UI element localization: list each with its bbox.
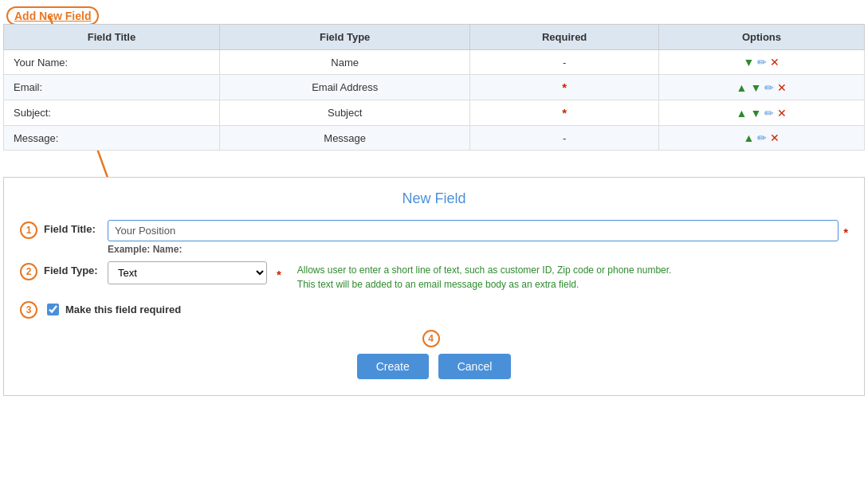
move-down-icon[interactable]: ▼ [750, 81, 761, 94]
field-type-row: TextNameEmail AddressSubjectMessageCheck… [108, 261, 680, 292]
cell-options: ▲✏✕ [658, 126, 864, 151]
cell-field-type: Subject [219, 100, 469, 126]
cell-required: * [470, 75, 659, 100]
field-title-input[interactable] [108, 220, 839, 241]
field-type-required: * [277, 264, 281, 281]
table-row: Email:Email Address*▲▼✏✕ [4, 75, 865, 100]
col-required: Required [470, 25, 659, 50]
cell-options: ▼✏✕ [658, 50, 864, 75]
delete-icon[interactable]: ✕ [770, 131, 780, 144]
options-cell: ▲✏✕ [669, 131, 854, 144]
options-cell: ▲▼✏✕ [669, 107, 854, 120]
move-up-icon[interactable]: ▲ [744, 131, 755, 144]
create-button[interactable]: Create [357, 354, 429, 379]
cell-field-title: Your Name: [4, 50, 220, 75]
step1-badge: 1 [20, 221, 37, 239]
cancel-button[interactable]: Cancel [438, 354, 512, 379]
table-row: Your Name:Name-▼✏✕ [4, 50, 865, 75]
col-field-type: Field Type [219, 25, 469, 50]
buttons-section: Create Cancel [20, 354, 848, 379]
cell-field-type: Name [219, 50, 469, 75]
step2-badge: 2 [20, 263, 37, 280]
edit-icon[interactable]: ✏ [757, 131, 767, 144]
delete-icon[interactable]: ✕ [770, 56, 780, 69]
move-down-icon[interactable]: ▼ [750, 107, 761, 120]
step3-badge: 3 [20, 301, 37, 319]
cell-field-type: Message [219, 126, 469, 151]
cell-required: * [470, 100, 659, 126]
table-row: Message:Message-▲✏✕ [4, 126, 865, 151]
cell-field-title: Message: [4, 126, 220, 151]
required-checkbox-label: Make this field required [65, 304, 181, 315]
col-options: Options [658, 25, 864, 50]
cell-options: ▲▼✏✕ [658, 100, 864, 126]
move-up-icon[interactable]: ▲ [736, 107, 748, 120]
field-type-description: Allows user to enter a short line of tex… [297, 261, 680, 292]
cell-field-title: Email: [4, 75, 220, 100]
edit-icon[interactable]: ✏ [757, 56, 767, 69]
field-title-input-area: * Example: Name: [108, 220, 848, 255]
delete-icon[interactable]: ✕ [777, 107, 787, 120]
field-title-label: Field Title: [44, 220, 108, 235]
delete-icon[interactable]: ✕ [777, 81, 787, 94]
col-field-title: Field Title [4, 25, 220, 50]
options-cell: ▲▼✏✕ [669, 81, 854, 94]
fields-table: Field Title Field Type Required Options … [3, 24, 865, 151]
step4-badge: 4 [422, 330, 440, 347]
field-type-select[interactable]: TextNameEmail AddressSubjectMessageCheck… [108, 261, 267, 284]
cell-field-title: Subject: [4, 100, 220, 126]
add-new-field-link[interactable]: Add New Field [6, 6, 99, 25]
cell-field-type: Email Address [219, 75, 469, 100]
field-type-label: Field Type: [44, 261, 108, 276]
required-checkbox[interactable] [47, 304, 59, 315]
new-field-section: New Field 1 Field Title: * Example: Name… [3, 177, 865, 396]
move-up-icon[interactable]: ▲ [736, 81, 748, 94]
field-title-required: * [843, 222, 848, 239]
options-cell: ▼✏✕ [669, 56, 854, 69]
fields-table-section: Field Title Field Type Required Options … [0, 24, 868, 151]
move-down-icon[interactable]: ▼ [744, 56, 755, 69]
table-row: Subject:Subject*▲▼✏✕ [4, 100, 865, 126]
edit-icon[interactable]: ✏ [764, 81, 774, 94]
cell-required: - [470, 50, 659, 75]
example-text: Example: Name: [108, 244, 848, 255]
cell-required: - [470, 126, 659, 151]
new-field-title: New Field [20, 190, 848, 207]
edit-icon[interactable]: ✏ [764, 107, 774, 120]
cell-options: ▲▼✏✕ [658, 75, 864, 100]
